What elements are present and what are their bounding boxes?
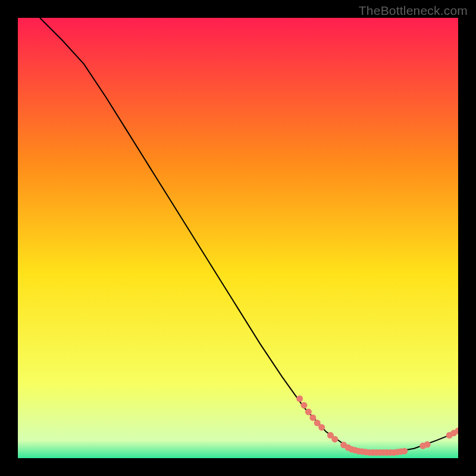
gradient-background (18, 18, 458, 458)
data-marker (331, 436, 338, 443)
data-marker (309, 414, 316, 421)
chart-container: TheBottleneck.com (0, 0, 476, 476)
data-marker (296, 396, 303, 402)
data-marker (305, 409, 312, 415)
data-marker (318, 424, 325, 431)
data-marker (424, 441, 431, 448)
watermark-text: TheBottleneck.com (359, 4, 468, 18)
data-marker (401, 448, 408, 455)
chart-svg (18, 18, 458, 458)
plot-area (18, 18, 458, 458)
data-marker (301, 402, 308, 409)
